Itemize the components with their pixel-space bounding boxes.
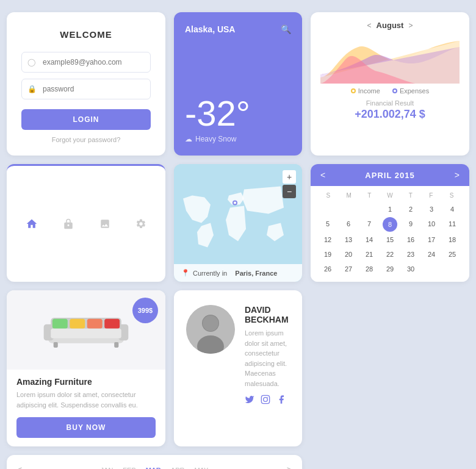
svg-point-18	[264, 398, 268, 402]
income-dot	[351, 88, 356, 93]
income-legend: Income	[351, 87, 380, 95]
zoom-in-button[interactable]: +	[283, 170, 296, 184]
calendar-day[interactable]: 16	[401, 233, 420, 246]
calendar-day[interactable]: 27	[339, 262, 358, 276]
calendar-day[interactable]: 25	[442, 248, 462, 261]
buy-now-button[interactable]: BUY NOW	[16, 417, 156, 438]
calendar-day[interactable]	[318, 202, 337, 216]
calendar-day[interactable]: 18	[442, 233, 462, 246]
calendar-day[interactable]: 26	[318, 262, 337, 276]
svg-rect-10	[87, 319, 103, 329]
calendar-day-headers: S M T W T F S	[318, 192, 462, 199]
calendar-day[interactable]: 14	[359, 233, 379, 246]
finance-legend: Income Expenses	[320, 87, 460, 95]
profile-info: DAVID BECKHAM Lorem ipsum dolor sit amet…	[245, 305, 290, 406]
calendar-day[interactable]: 19	[318, 248, 337, 261]
finance-next-btn[interactable]: >	[408, 21, 413, 30]
login-title: WELCOME	[60, 29, 112, 40]
calendar-next-button[interactable]: >	[455, 170, 460, 180]
calendar-header: < APRIL 2015 >	[311, 164, 469, 186]
password-input[interactable]	[21, 79, 151, 99]
facebook-icon[interactable]	[276, 395, 286, 406]
twitter-icon[interactable]	[245, 395, 254, 406]
finance-month-nav: < August >	[320, 21, 460, 30]
map-location-bar: 📍 Currently in Paris, France	[174, 264, 302, 282]
calendar-day[interactable]	[359, 202, 379, 216]
linechart-nav: < JAN FEB MAR APR MAY >	[16, 465, 292, 469]
calendar-day[interactable]: 5	[318, 217, 337, 232]
calendar-day[interactable]: 8	[383, 217, 397, 232]
calendar-day[interactable]: 30	[401, 262, 420, 276]
calendar-day[interactable]: 23	[401, 248, 420, 261]
email-group: ◯	[21, 52, 151, 73]
calendar-day[interactable]	[339, 202, 358, 216]
furniture-image: 399$	[7, 290, 165, 370]
nav-home-icon[interactable]	[26, 218, 38, 230]
calendar-day[interactable]: 24	[422, 248, 441, 261]
finance-chart	[320, 35, 460, 84]
nav-settings-icon[interactable]	[135, 218, 146, 229]
price-badge: 399$	[132, 298, 158, 323]
finance-prev-btn[interactable]: <	[367, 21, 372, 30]
calendar-day[interactable]: 1	[380, 202, 400, 216]
calendar-day[interactable]: 15	[380, 233, 400, 246]
result-value: +201.002,74 $	[320, 108, 460, 121]
calendar-day[interactable]: 13	[339, 233, 358, 246]
expenses-dot	[392, 88, 397, 93]
weather-description: ☁ Heavy Snow	[185, 135, 291, 143]
calendar-day[interactable]: 22	[380, 248, 400, 261]
calendar-prev-button[interactable]: <	[320, 170, 325, 180]
calendar-days: 1234567891011121314151617181920212223242…	[318, 202, 462, 276]
login-button[interactable]: LOGIN	[21, 109, 151, 130]
svg-rect-11	[104, 319, 120, 329]
linechart-prev-btn[interactable]: <	[16, 465, 22, 469]
calendar-day[interactable]: 11	[442, 217, 462, 232]
avatar	[186, 305, 235, 354]
zoom-out-button[interactable]: −	[283, 185, 296, 198]
calendar-day[interactable]: 21	[359, 248, 379, 261]
calendar-day[interactable]: 20	[339, 248, 358, 261]
forgot-password-link[interactable]: Forgot your password?	[52, 136, 121, 143]
instagram-icon[interactable]	[261, 395, 270, 406]
calendar-day[interactable]: 7	[359, 217, 379, 232]
calendar-body: S M T W T F S 12345678910111213141516171…	[311, 186, 469, 282]
calendar-day[interactable]: 17	[422, 233, 441, 246]
svg-point-1	[234, 202, 236, 204]
calendar-day[interactable]: 28	[359, 262, 379, 276]
calendar-day[interactable]: 2	[401, 202, 420, 216]
calendar-day[interactable]: 6	[339, 217, 358, 232]
svg-rect-12	[51, 329, 121, 338]
weather-card: Alaska, USA 🔍 -32° ☁ Heavy Snow	[174, 12, 302, 156]
linechart-next-btn[interactable]: >	[287, 465, 292, 469]
map-controls: + −	[283, 170, 296, 198]
finance-card: < August > Income Expenses	[311, 12, 469, 156]
calendar-day[interactable]: 12	[318, 233, 337, 246]
calendar-day[interactable]: 4	[442, 202, 462, 216]
profile-bio: Lorem ipsum dolor sit amet, consectetur …	[245, 328, 290, 388]
furniture-name: Amazing Furniture	[16, 377, 156, 387]
result-label: Financial Result	[320, 99, 460, 107]
calendar-day[interactable]: 3	[422, 202, 441, 216]
password-group: 🔒	[21, 79, 151, 99]
nav-image-icon[interactable]	[99, 218, 110, 229]
svg-rect-17	[261, 395, 269, 403]
financial-result: Financial Result +201.002,74 $	[320, 99, 460, 121]
calendar-day[interactable]	[422, 262, 441, 276]
furniture-card: 399$	[7, 290, 165, 446]
location-pin-icon: 📍	[181, 269, 190, 277]
email-input[interactable]	[21, 52, 151, 73]
calendar-day[interactable]	[442, 262, 462, 276]
user-icon: ◯	[27, 58, 35, 66]
linechart-card: < JAN FEB MAR APR MAY >	[7, 455, 302, 469]
furniture-info: Amazing Furniture Lorem ipsum dolor sit …	[7, 370, 165, 446]
svg-point-16	[203, 315, 218, 331]
calendar-month-year: APRIL 2015	[365, 171, 414, 180]
finance-month-name: August	[377, 21, 404, 30]
nav-lock-icon[interactable]	[63, 218, 74, 229]
nav-card	[7, 164, 165, 282]
calendar-card: < APRIL 2015 > S M T W T F S 12345678910…	[311, 164, 469, 282]
calendar-day[interactable]: 10	[422, 217, 441, 232]
search-icon[interactable]: 🔍	[281, 24, 291, 34]
calendar-day[interactable]: 29	[380, 262, 400, 276]
calendar-day[interactable]: 9	[401, 217, 420, 232]
